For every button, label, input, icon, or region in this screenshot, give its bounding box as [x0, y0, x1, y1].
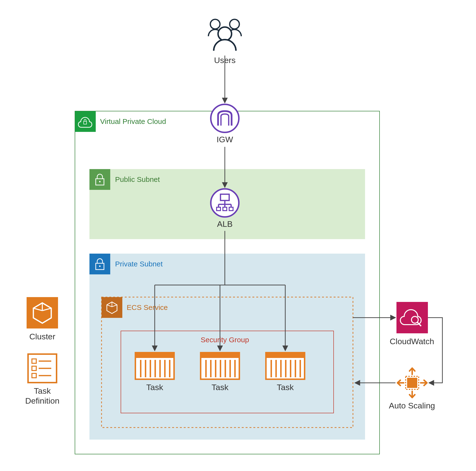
alb-label: ALB: [213, 219, 237, 229]
svg-rect-24: [266, 353, 305, 358]
svg-rect-55: [407, 378, 417, 388]
svg-point-34: [218, 27, 232, 41]
alb-icon: [211, 189, 239, 217]
svg-rect-47: [32, 359, 36, 363]
arrow-cw-autoscaling: [428, 318, 442, 383]
private-subnet-badge: [89, 254, 110, 274]
security-group-label: Security Group: [201, 336, 249, 344]
autoscaling-icon: [397, 368, 427, 398]
task-icon-2: [201, 353, 239, 379]
architecture-diagram: Users IGW Virtual Private Cloud Public S…: [0, 0, 476, 471]
ecs-service-badge: [102, 297, 122, 318]
svg-point-33: [230, 19, 239, 29]
task-icon-3: [266, 353, 305, 379]
igw-icon: [211, 104, 239, 132]
igw-label: IGW: [213, 135, 237, 144]
svg-point-35: [211, 104, 239, 132]
users-label: Users: [210, 56, 239, 65]
vpc-label: Virtual Private Cloud: [100, 117, 166, 126]
private-subnet-box: [89, 254, 365, 439]
svg-rect-15: [201, 353, 239, 358]
task-definition-icon: [28, 354, 57, 383]
users-icon: [208, 19, 241, 51]
ecs-service-label: ECS Service: [127, 303, 168, 312]
public-subnet-badge: [89, 169, 110, 190]
task2-label: Task: [208, 383, 232, 392]
svg-point-2: [99, 181, 101, 182]
task-definition-label: Task Definition: [19, 386, 65, 406]
cloudwatch-label: CloudWatch: [388, 337, 436, 346]
svg-rect-49: [32, 366, 36, 371]
svg-point-4: [99, 265, 101, 267]
svg-point-32: [210, 19, 220, 29]
task-icon-1: [135, 353, 174, 379]
task3-label: Task: [273, 383, 297, 392]
task1-label: Task: [143, 383, 167, 392]
private-subnet-label: Private Subnet: [115, 260, 163, 268]
svg-rect-51: [32, 374, 36, 378]
public-subnet-label: Public Subnet: [115, 175, 160, 184]
cluster-label: Cluster: [26, 332, 58, 341]
diagram-svg: [0, 0, 476, 471]
svg-rect-6: [135, 353, 174, 358]
autoscaling-label: Auto Scaling: [385, 401, 439, 410]
